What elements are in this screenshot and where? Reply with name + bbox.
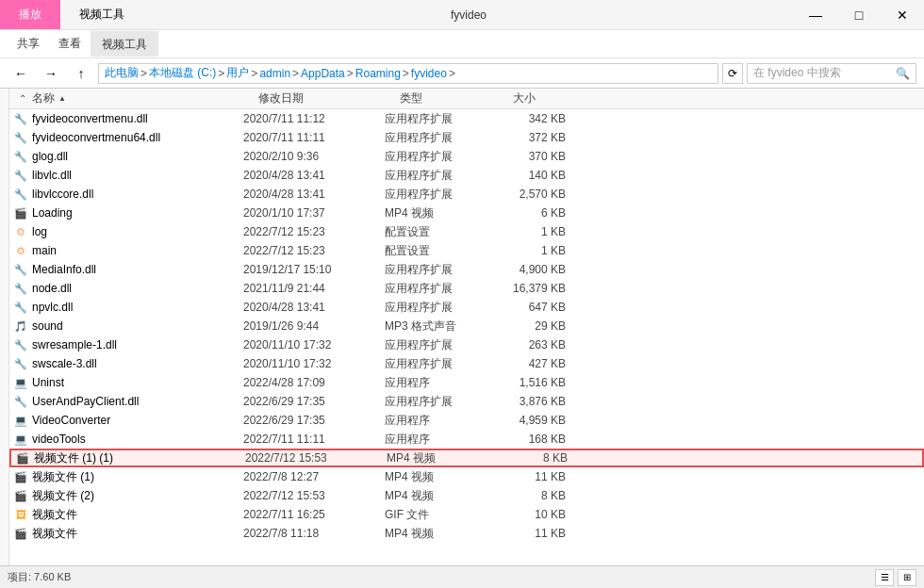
file-size: 372 KB [498,131,573,144]
table-row[interactable]: 🎬 视频文件 (1) 2022/7/8 12:27 MP4 视频 11 KB [9,467,924,486]
breadcrumb-roaming[interactable]: Roaming [355,67,401,80]
menu-video-tools[interactable]: 视频工具 [91,31,158,57]
file-icon: 🎬 [15,450,30,466]
list-view-button[interactable]: ☰ [875,569,894,586]
file-size: 11 KB [498,527,573,540]
file-type: 应用程序 [385,413,498,429]
table-row[interactable]: 🎬 视频文件 (1) (1) 2022/7/12 15:53 MP4 视频 8 … [9,449,924,467]
table-row[interactable]: 🔧 libvlc.dll 2020/4/28 13:41 应用程序扩展 140 … [9,166,924,185]
file-name-cell: 🎬 视频文件 (1) (1) [15,450,245,466]
table-row[interactable]: 🖼 视频文件 2022/7/11 16:25 GIF 文件 10 KB [9,505,924,524]
table-row[interactable]: 🎵 sound 2019/1/26 9:44 MP3 格式声音 29 KB [9,317,924,335]
file-date: 2022/4/28 17:09 [243,376,385,389]
file-type: MP4 视频 [385,469,498,485]
table-row[interactable]: ⚙ main 2022/7/12 15:23 配置设置 1 KB [9,241,924,260]
table-row[interactable]: 🎬 视频文件 2022/7/8 11:18 MP4 视频 11 KB [9,524,924,543]
file-date: 2020/7/11 11:12 [243,112,385,125]
search-bar[interactable]: 在 fyvideo 中搜索 🔍 [747,63,916,84]
file-size: 4,900 KB [498,263,573,276]
file-name: Uninst [32,376,64,389]
file-name-cell: 🔧 UserAndPayClient.dll [13,394,243,409]
up-button[interactable]: ↑ [68,62,94,85]
file-name-cell: 🖼 视频文件 [13,507,243,523]
table-row[interactable]: 🔧 MediaInfo.dll 2019/12/17 15:10 应用程序扩展 … [9,260,924,279]
back-button[interactable]: ← [8,62,34,85]
file-type: 应用程序扩展 [385,300,498,316]
breadcrumb-admin[interactable]: admin [259,67,290,80]
close-button[interactable]: ✕ [881,0,924,30]
refresh-button[interactable]: ⟳ [722,63,743,84]
file-name-cell: 🔧 npvlc.dll [13,300,243,315]
file-icon: 🎬 [13,205,28,220]
maximize-button[interactable]: □ [837,0,881,30]
table-row[interactable]: 🔧 swresample-1.dll 2020/11/10 17:32 应用程序… [9,335,924,354]
file-icon: 🔧 [13,111,28,126]
breadcrumb-pc[interactable]: 此电脑 [105,65,139,81]
file-name: 视频文件 [32,526,77,542]
file-size: 2,570 KB [498,188,573,201]
file-type: 配置设置 [385,224,498,240]
table-row[interactable]: 💻 videoTools 2022/7/11 11:11 应用程序 168 KB [9,430,924,449]
column-date[interactable]: 修改日期 [258,90,400,106]
file-type: 应用程序扩展 [385,394,498,410]
file-date: 2022/6/29 17:35 [243,395,385,408]
menu-share[interactable]: 共享 [8,32,49,56]
file-type: 应用程序扩展 [385,187,498,203]
file-size: 10 KB [498,508,573,521]
view-controls: ☰ ⊞ [875,569,916,586]
file-name: 视频文件 [32,507,77,523]
forward-button[interactable]: → [38,62,64,85]
file-name-cell: 🎬 Loading [13,205,243,220]
table-row[interactable]: 💻 VideoConverter 2022/6/29 17:35 应用程序 4,… [9,411,924,430]
file-type: 应用程序扩展 [385,281,498,297]
table-row[interactable]: 🎬 视频文件 (2) 2022/7/12 15:53 MP4 视频 8 KB [9,486,924,505]
file-type: 应用程序扩展 [385,111,498,127]
file-date: 2019/12/17 15:10 [243,263,385,276]
file-date: 2020/1/10 17:37 [243,206,385,220]
tab-playback[interactable]: 播放 [0,0,60,29]
minimize-button[interactable]: — [794,0,837,30]
menu-bar: 共享 查看 视频工具 [0,30,924,58]
breadcrumb-users[interactable]: 用户 [226,65,249,81]
column-type[interactable]: 类型 [400,90,513,106]
column-size[interactable]: 大小 [513,90,588,106]
table-row[interactable]: 🔧 UserAndPayClient.dll 2022/6/29 17:35 应… [9,392,924,411]
breadcrumb-fyvideo[interactable]: fyvideo [411,67,447,80]
file-date: 2022/7/11 11:11 [243,433,385,446]
file-type: 应用程序 [385,375,498,391]
table-row[interactable]: 🔧 fyvideoconvertmenu.dll 2020/7/11 11:12… [9,109,924,128]
file-name-cell: 🔧 node.dll [13,281,243,296]
file-rows-container: 🔧 fyvideoconvertmenu.dll 2020/7/11 11:12… [9,109,924,543]
file-size: 3,876 KB [498,395,573,408]
column-name[interactable]: ⌃ 名称 ▲ [13,90,258,106]
table-row[interactable]: 💻 Uninst 2022/4/28 17:09 应用程序 1,516 KB [9,373,924,392]
table-row[interactable]: ⚙ log 2022/7/12 15:23 配置设置 1 KB [9,222,924,241]
file-date: 2020/4/28 13:41 [243,188,385,201]
file-date: 2019/1/26 9:44 [243,319,385,333]
file-date: 2022/7/12 15:53 [245,451,387,465]
file-icon: 🔧 [13,168,28,183]
table-row[interactable]: 🔧 npvlc.dll 2020/4/28 13:41 应用程序扩展 647 K… [9,298,924,317]
file-name-cell: 🎬 视频文件 (2) [13,488,243,504]
file-name: libvlccore.dll [32,188,93,201]
table-row[interactable]: 🔧 swscale-3.dll 2020/11/10 17:32 应用程序扩展 … [9,354,924,373]
table-row[interactable]: 🔧 libvlccore.dll 2020/4/28 13:41 应用程序扩展 … [9,185,924,204]
breadcrumb[interactable]: 此电脑 > 本地磁盘 (C:) > 用户 > admin > AppData >… [98,63,718,84]
grid-view-button[interactable]: ⊞ [898,569,916,586]
breadcrumb-drive[interactable]: 本地磁盘 (C:) [149,65,216,81]
file-type: MP4 视频 [385,205,498,221]
table-row[interactable]: 🔧 glog.dll 2020/2/10 9:36 应用程序扩展 370 KB [9,147,924,166]
file-icon: 🔧 [13,337,28,352]
tab-video-tools[interactable]: 视频工具 [60,0,143,29]
table-row[interactable]: 🔧 fyvideoconvertmenu64.dll 2020/7/11 11:… [9,128,924,147]
table-row[interactable]: 🎬 Loading 2020/1/10 17:37 MP4 视频 6 KB [9,204,924,222]
file-icon: 🔧 [13,149,28,164]
file-date: 2020/7/11 11:11 [243,131,385,144]
file-date: 2020/4/28 13:41 [243,301,385,314]
menu-view[interactable]: 查看 [49,32,91,56]
file-icon: 🔧 [13,187,28,202]
file-type: 应用程序扩展 [385,168,498,184]
breadcrumb-appdata[interactable]: AppData [301,67,345,80]
table-row[interactable]: 🔧 node.dll 2021/11/9 21:44 应用程序扩展 16,379… [9,279,924,298]
window-title: fyvideo [143,0,794,29]
